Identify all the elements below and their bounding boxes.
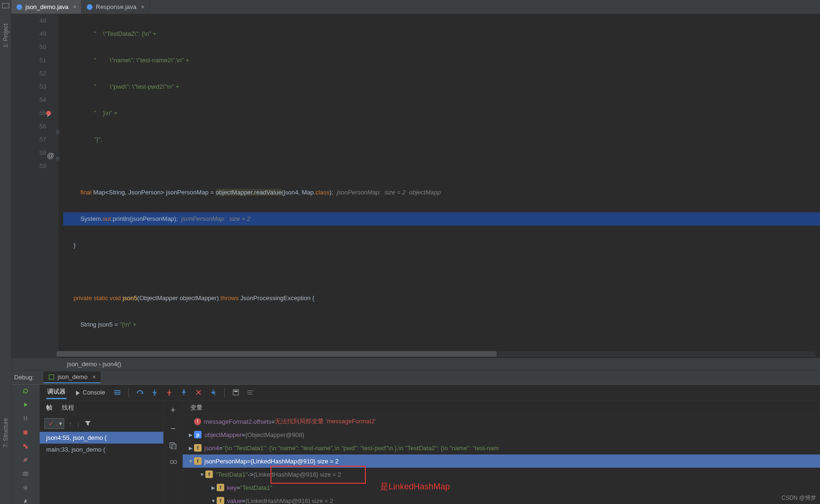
close-icon[interactable]: ×	[73, 4, 76, 10]
svg-point-13	[25, 487, 26, 488]
frame-item[interactable]: main:33, json_demo (	[40, 444, 163, 455]
threads-tab[interactable]: 线程	[62, 403, 74, 412]
fold-icon[interactable]: ⊟	[56, 152, 59, 165]
frame-list[interactable]: json4:55, json_demo (main:33, json_demo …	[40, 432, 163, 504]
twistie-icon[interactable]: ▼	[210, 498, 217, 504]
debug-side-toolbar	[11, 385, 40, 504]
debug-session-tab[interactable]: json_demo ×	[43, 371, 101, 383]
horizontal-scrollbar[interactable]	[57, 351, 815, 357]
stop-icon[interactable]	[22, 430, 29, 435]
java-file-icon	[86, 4, 93, 10]
variable-row[interactable]: ▼fjsonPersonMap = {LinkedHashMap@910} si…	[183, 454, 820, 468]
thread-selector[interactable]: ✓ .	[44, 418, 64, 429]
step-into-icon[interactable]	[151, 389, 158, 396]
left-tool-rail: 1: Project 7: Structure	[0, 0, 11, 504]
gutter[interactable]: 484950515253545556575859 ⊟ ⊟	[11, 14, 59, 358]
svg-rect-22	[234, 391, 237, 392]
frames-tab[interactable]: 帧	[46, 403, 52, 412]
run-to-cursor-icon[interactable]: I	[210, 389, 217, 396]
svg-point-1	[17, 4, 22, 10]
svg-rect-24	[247, 392, 252, 393]
run-config-icon	[48, 374, 55, 380]
evaluate-icon[interactable]	[232, 389, 239, 396]
twistie-icon[interactable]: ▼	[199, 472, 205, 477]
variable-row[interactable]: ▶pobjectMapper = {ObjectMapper@908}	[183, 428, 820, 441]
variable-row[interactable]: ▶fkey = "TestData1"	[183, 481, 820, 494]
watermark: CSDN @博梦	[781, 494, 816, 502]
field-icon: f	[194, 457, 202, 465]
settings-icon[interactable]	[22, 485, 29, 490]
code-editor[interactable]: 484950515253545556575859 ⊟ ⊟ " \"TestDat…	[11, 14, 820, 358]
svg-rect-5	[26, 417, 27, 420]
resume-icon[interactable]	[22, 402, 29, 407]
svg-point-2	[87, 4, 93, 10]
svg-rect-17	[153, 395, 155, 395]
editor-tab[interactable]: json_demo.java×	[11, 0, 82, 14]
field-icon: f	[217, 497, 224, 504]
debugger-tab[interactable]: 调试器	[46, 386, 67, 399]
svg-rect-21	[233, 390, 238, 395]
svg-point-29	[173, 461, 177, 464]
camera-icon[interactable]	[22, 471, 29, 476]
override-icon[interactable]: @	[46, 151, 55, 160]
filter-icon[interactable]	[85, 420, 91, 427]
editor-tab[interactable]: Response.java×	[82, 0, 150, 14]
add-watch-icon[interactable]: +	[170, 405, 176, 415]
svg-rect-6	[24, 430, 27, 434]
svg-rect-15	[114, 392, 120, 393]
breakpoint-icon[interactable]	[46, 111, 51, 116]
prev-frame-icon[interactable]: ↑	[69, 420, 72, 427]
next-frame-icon[interactable]: ↓	[77, 420, 80, 427]
twistie-icon[interactable]: ▶	[187, 432, 194, 437]
debug-session-bar: Debug: json_demo ×	[11, 370, 820, 385]
svg-point-8	[25, 446, 28, 449]
threads-icon[interactable]	[114, 389, 121, 396]
java-file-icon	[16, 4, 23, 10]
twistie-icon[interactable]: ▶	[210, 485, 217, 490]
twistie-icon[interactable]: ▼	[187, 459, 194, 464]
step-over-icon[interactable]	[136, 389, 144, 396]
close-icon[interactable]: ×	[141, 4, 144, 10]
field-icon: f	[205, 470, 213, 478]
close-icon[interactable]: ×	[93, 373, 96, 380]
project-rail-label[interactable]: 1: Project	[2, 24, 9, 48]
field-icon: f	[217, 484, 224, 491]
view-breakpoints-icon[interactable]	[22, 444, 29, 449]
svg-rect-23	[247, 390, 254, 391]
project-icon[interactable]	[2, 2, 9, 9]
variable-row[interactable]: ▼f"TestData1" -> {LinkedHashMap@916} siz…	[183, 468, 820, 481]
breadcrumb[interactable]: json_demo › json4()	[11, 358, 820, 370]
variable-row[interactable]: ▶fjson4 = "{\n "TestData1": {\n "name": …	[183, 441, 820, 454]
console-tab[interactable]: Console	[74, 387, 106, 398]
variable-row[interactable]: !messageFormat2.offsets = 无法找到局部变量 'mess…	[183, 415, 820, 428]
trace-icon[interactable]	[247, 389, 254, 396]
copy-icon[interactable]	[169, 442, 177, 449]
glasses-icon[interactable]	[169, 458, 177, 465]
twistie-icon[interactable]: ▶	[187, 445, 194, 451]
mute-breakpoints-icon[interactable]	[22, 457, 29, 462]
code-line: "}";	[94, 136, 102, 143]
code-area[interactable]: " \"TestData2\": {\n" + " \"name\": \"te…	[59, 14, 820, 358]
svg-point-28	[170, 461, 173, 464]
remove-watch-icon[interactable]: −	[170, 424, 176, 434]
svg-rect-19	[183, 389, 185, 390]
svg-point-7	[23, 444, 26, 447]
fold-icon[interactable]: ⊟	[56, 126, 59, 139]
rerun-icon[interactable]	[22, 388, 29, 394]
structure-rail-label[interactable]: 7: Structure	[2, 418, 9, 447]
pin-icon[interactable]	[22, 499, 29, 504]
step-out-icon[interactable]	[180, 389, 187, 396]
svg-rect-16	[114, 394, 120, 395]
drop-frame-icon[interactable]	[195, 389, 202, 396]
force-step-into-icon[interactable]	[166, 389, 173, 396]
vars-toolbar: + −	[164, 401, 183, 504]
svg-rect-0	[2, 3, 9, 8]
svg-point-12	[25, 473, 26, 475]
svg-rect-25	[247, 394, 253, 395]
pause-icon[interactable]	[22, 416, 29, 421]
variables-tree[interactable]: 是LinkedHashMap !messageFormat2.offsets =…	[183, 415, 820, 504]
variable-row[interactable]: ▼fvalue = {LinkedHashMap@916} size = 2	[183, 494, 820, 504]
svg-rect-14	[114, 390, 120, 391]
svg-rect-18	[168, 395, 170, 395]
frame-item[interactable]: json4:55, json_demo (	[40, 432, 163, 444]
